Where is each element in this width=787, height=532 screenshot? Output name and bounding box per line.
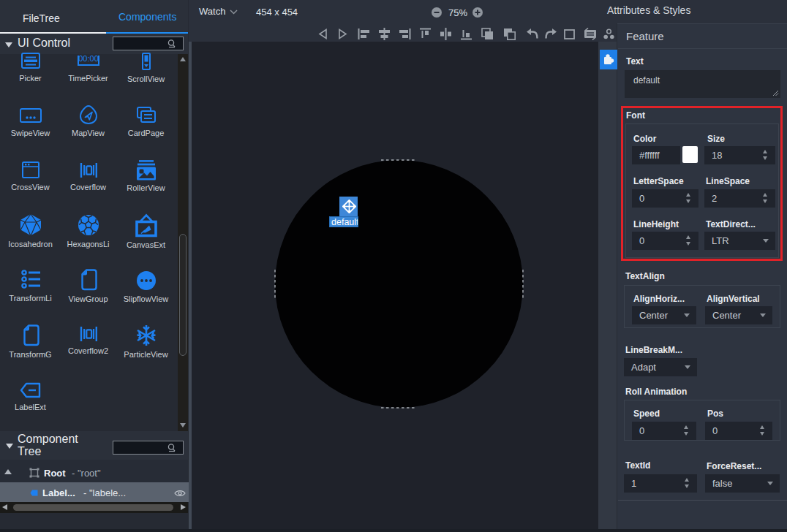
svg-text:00:00: 00:00 — [78, 54, 99, 63]
